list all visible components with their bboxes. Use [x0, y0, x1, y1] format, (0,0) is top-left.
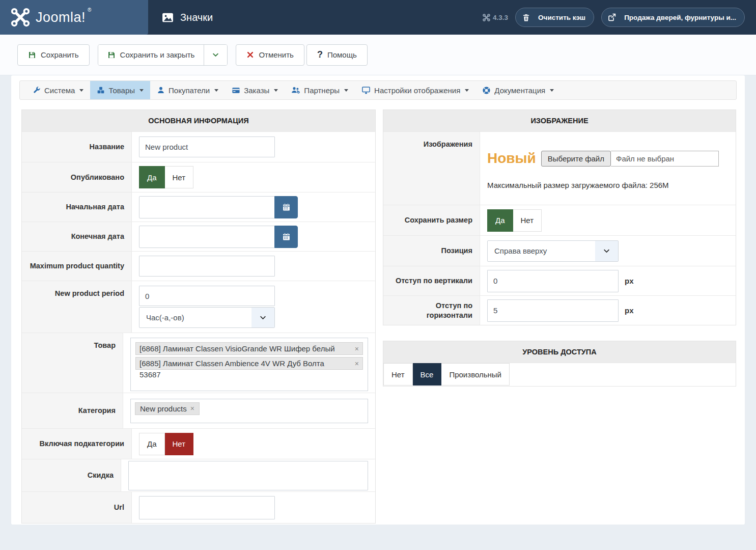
period-unit-select[interactable]: Час(-а,-ов) — [139, 307, 275, 328]
cancel-button[interactable]: Отменить — [236, 44, 304, 66]
users-gear-icon — [291, 86, 300, 95]
wrench-icon — [33, 86, 41, 94]
field-row-start-date: Начальная дата — [22, 192, 375, 222]
help-button[interactable]: ? Помощь — [306, 44, 368, 66]
published-no-button[interactable]: Нет — [165, 166, 194, 188]
menu-item-products[interactable]: Товары — [90, 81, 150, 99]
panel-title: УРОВЕНЬ ДОСТУПА — [383, 341, 736, 363]
max-quantity-input[interactable] — [139, 256, 275, 277]
joomla-admin-screen: Joomla! ® Значки — [0, 0, 756, 550]
px-unit-label: px — [625, 277, 634, 285]
menu-item-label: Покупатели — [169, 86, 210, 95]
joomla-logo-icon — [10, 7, 31, 28]
field-row-keep-size: Сохранить размер Да Нет — [383, 205, 736, 235]
menu-item-label: Документация — [494, 86, 545, 95]
url-input[interactable] — [139, 496, 275, 519]
category-tag-text: New products — [140, 404, 187, 413]
access-all-button[interactable]: Все — [413, 363, 442, 386]
category-multiselect[interactable]: New products × — [130, 399, 368, 423]
save-and-close-label: Сохранить и закрыть — [120, 50, 195, 59]
save-and-close-button[interactable]: Сохранить и закрыть — [98, 45, 204, 65]
form-panels: ОСНОВНАЯ ИНФОРМАЦИЯ Название Опубликован… — [21, 109, 736, 524]
field-label: Сохранить размер — [383, 205, 480, 235]
access-level-toggle: Нет Все Произвольный — [383, 363, 510, 386]
remove-tag-icon[interactable]: × — [355, 358, 359, 369]
field-row-url: Url — [22, 491, 375, 523]
file-input: Выберите файл Файл не выбран — [541, 151, 719, 167]
position-select[interactable]: Справа вверху — [487, 240, 619, 262]
subcategories-yes-button[interactable]: Да — [139, 433, 165, 455]
end-date-input[interactable] — [139, 226, 275, 248]
joomla-brand-link[interactable]: Joomla! ® — [0, 0, 148, 35]
desktop-icon — [361, 86, 371, 95]
menu-item-display-settings[interactable]: Настройки отображения — [355, 81, 475, 99]
site-preview-button[interactable]: Продажа дверей, фурнитуры и... — [601, 8, 745, 27]
access-level-panel: УРОВЕНЬ ДОСТУПА Нет Все Произвольный — [383, 341, 736, 387]
remove-tag-icon[interactable]: × — [190, 404, 194, 413]
menu-item-label: Настройки отображения — [374, 86, 460, 95]
life-ring-icon — [482, 86, 491, 95]
chevron-down-icon — [274, 89, 278, 92]
keep-size-yes-button[interactable]: Да — [487, 209, 513, 232]
image-icon — [161, 11, 174, 24]
question-mark-icon: ? — [317, 49, 323, 60]
brand-reg-mark: ® — [88, 7, 91, 13]
name-input[interactable] — [139, 136, 275, 157]
menu-item-orders[interactable]: Заказы — [225, 81, 285, 99]
access-none-button[interactable]: Нет — [383, 363, 413, 386]
offset-vertical-input[interactable] — [487, 270, 619, 292]
right-column: ИЗОБРАЖЕНИЕ Изображения Новый Выберите ф… — [383, 109, 736, 387]
cubes-icon — [97, 86, 105, 94]
discount-input[interactable] — [128, 461, 368, 490]
field-label: Отступ по вертикали — [383, 266, 480, 295]
menu-item-customers[interactable]: Покупатели — [150, 81, 225, 99]
access-custom-button[interactable]: Произвольный — [441, 363, 510, 386]
remove-tag-icon[interactable]: × — [355, 343, 359, 354]
field-row-offset-horizontal: Отступ по горизонтали px — [383, 295, 736, 325]
menu-item-label: Партнеры — [304, 86, 340, 95]
end-date-calendar-button[interactable] — [274, 226, 298, 248]
field-label: New product period — [22, 281, 132, 333]
subcategories-no-button[interactable]: Нет — [165, 433, 194, 455]
panel-title: ОСНОВНАЯ ИНФОРМАЦИЯ — [22, 110, 375, 131]
menu-item-partners[interactable]: Партнеры — [285, 81, 355, 99]
include-subcategories-toggle: Да Нет — [139, 433, 193, 455]
choose-file-button[interactable]: Выберите файл — [541, 151, 611, 167]
chevron-down-icon — [214, 89, 218, 92]
page-title: Значки — [180, 12, 213, 23]
published-yes-button[interactable]: Да — [139, 166, 165, 188]
cancel-label: Отменить — [259, 50, 294, 59]
trash-icon — [519, 10, 533, 24]
help-label: Помощь — [327, 50, 357, 59]
keep-size-no-button[interactable]: Нет — [513, 209, 542, 232]
chevron-down-icon — [344, 89, 348, 92]
external-link-icon — [605, 10, 619, 24]
access-level-row: Нет Все Произвольный — [383, 363, 736, 386]
save-button[interactable]: Сохранить — [17, 44, 90, 66]
save-label: Сохранить — [41, 50, 79, 59]
menu-item-system[interactable]: Система — [26, 81, 90, 99]
field-row-new-product-period: New product period Час(-а,-ов) — [22, 281, 375, 333]
version-badge: 4.3.3 — [483, 14, 508, 21]
published-toggle: Да Нет — [139, 166, 193, 188]
new-badge: Новый — [487, 150, 536, 167]
clear-cache-button[interactable]: Очистить кэш — [515, 8, 594, 27]
product-multiselect[interactable]: [6868] Ламинат Classen VisioGrande WR Ши… — [130, 338, 368, 391]
field-label: Скидка — [22, 459, 121, 491]
field-row-position: Позиция Справа вверху — [383, 235, 736, 266]
offset-horizontal-input[interactable] — [487, 299, 619, 322]
content-area: Система Товары — [11, 75, 745, 525]
save-icon — [28, 51, 36, 59]
field-label: Категория — [22, 393, 123, 428]
chevron-down-icon — [79, 89, 83, 92]
max-upload-note: Максимальный размер загружаемого файла: … — [487, 181, 669, 189]
start-date-calendar-button[interactable] — [274, 196, 298, 218]
save-options-dropdown-button[interactable] — [204, 45, 227, 65]
file-status-text: Файл не выбран — [611, 151, 719, 167]
menu-item-documentation[interactable]: Документация — [475, 81, 561, 99]
px-unit-label: px — [625, 306, 634, 315]
save-icon — [107, 51, 116, 59]
period-value-input[interactable] — [139, 286, 275, 306]
save-and-close-group: Сохранить и закрыть — [98, 44, 228, 66]
start-date-input[interactable] — [139, 196, 275, 218]
